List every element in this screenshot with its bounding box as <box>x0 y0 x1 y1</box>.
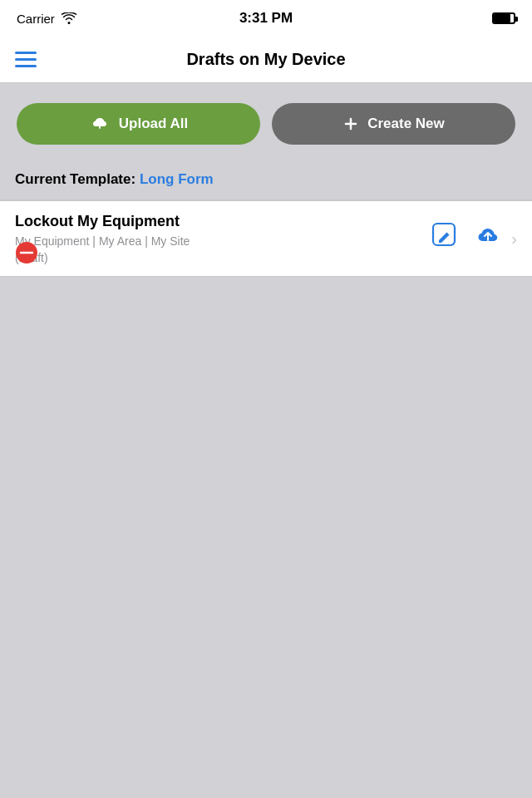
action-section: Upload All Create New <box>0 83 532 161</box>
edit-button[interactable] <box>431 222 461 255</box>
list-item-subtitle: My Equipment | My Area | My Site <box>15 234 431 248</box>
status-left: Carrier <box>17 12 76 26</box>
menu-button[interactable] <box>15 52 37 67</box>
status-time: 3:31 PM <box>239 10 293 27</box>
svg-rect-2 <box>433 224 455 245</box>
battery-icon <box>492 12 515 24</box>
template-label: Current Template: <box>15 171 135 187</box>
page-title: Drafts on My Device <box>186 50 345 69</box>
list-item-status: (Draft) <box>15 251 431 264</box>
main-content: Upload All Create New Current Template: … <box>0 83 532 277</box>
list-item[interactable]: Lockout My Equipment My Equipment | My A… <box>0 201 532 276</box>
list-section: Lockout My Equipment My Equipment | My A… <box>0 200 532 277</box>
delete-button[interactable] <box>15 241 38 264</box>
template-row: Current Template: Long Form <box>0 161 532 200</box>
chevron-right-icon: › <box>511 229 517 249</box>
create-new-label: Create New <box>367 116 445 132</box>
carrier-label: Carrier <box>17 12 55 26</box>
cloud-upload-button[interactable] <box>473 222 503 255</box>
bottom-area <box>0 277 532 634</box>
list-item-actions <box>431 222 503 255</box>
upload-all-label: Upload All <box>119 116 188 132</box>
list-item-title: Lockout My Equipment <box>15 213 431 230</box>
wifi-icon <box>62 12 76 24</box>
list-item-content: Lockout My Equipment My Equipment | My A… <box>15 213 431 264</box>
cloud-icon <box>89 116 111 132</box>
status-bar: Carrier 3:31 PM <box>0 0 532 37</box>
status-right <box>492 12 515 24</box>
plus-icon <box>342 116 359 132</box>
template-name[interactable]: Long Form <box>140 171 214 187</box>
upload-all-button[interactable]: Upload All <box>17 103 260 145</box>
create-new-button[interactable]: Create New <box>272 103 515 145</box>
nav-bar: Drafts on My Device <box>0 37 532 83</box>
